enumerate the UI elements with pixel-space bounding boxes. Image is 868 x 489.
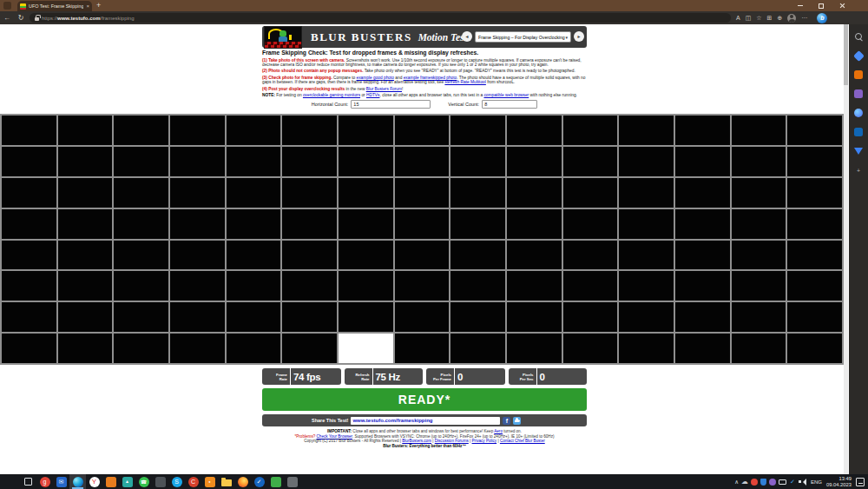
close-window-button[interactable] bbox=[832, 0, 852, 11]
workspace-icon[interactable] bbox=[3, 2, 11, 10]
share-url-input[interactable] bbox=[351, 417, 500, 425]
back-icon[interactable]: ← bbox=[0, 14, 14, 22]
text-segment: (4) Post your display overclocking resul… bbox=[262, 87, 345, 91]
grid-cell bbox=[507, 241, 562, 270]
collections-icon[interactable]: ⊞ bbox=[767, 15, 773, 22]
tab-close-icon[interactable]: × bbox=[86, 3, 89, 9]
grid-cell bbox=[282, 147, 337, 176]
maximize-button[interactable] bbox=[811, 0, 832, 11]
logo-checker-floor bbox=[265, 42, 302, 48]
inline-link[interactable]: HDTVs bbox=[366, 93, 379, 97]
grid-cell bbox=[563, 241, 618, 270]
firefox-browser-taskbar-button[interactable] bbox=[234, 474, 251, 489]
grid-cell bbox=[787, 116, 842, 145]
read-aloud-icon[interactable]: A bbox=[736, 15, 740, 21]
inline-link[interactable]: Contact Chief Blur Buster bbox=[500, 439, 545, 443]
volume-icon[interactable] bbox=[799, 479, 806, 486]
test-select[interactable]: Frame Skipping – For Display Overclockin… bbox=[475, 31, 571, 43]
app-check-taskbar-button[interactable]: ✓ bbox=[251, 474, 267, 489]
tray-expand-icon[interactable]: ∧ bbox=[734, 479, 739, 486]
browser-tab[interactable]: UFO Test: Frame Skipping Check × bbox=[17, 1, 92, 11]
grid-cell bbox=[2, 241, 56, 270]
inline-link[interactable]: BlurBusters.com bbox=[402, 439, 431, 443]
inline-link[interactable]: example frameskipped photo bbox=[404, 76, 457, 80]
text-segment: Compare to bbox=[332, 76, 357, 80]
start-button[interactable] bbox=[0, 474, 20, 489]
tray-device-icon bbox=[769, 479, 776, 486]
language-indicator[interactable]: ENG bbox=[809, 479, 824, 485]
grid-cell bbox=[282, 178, 337, 208]
inline-link[interactable]: example good photo bbox=[357, 76, 394, 80]
profile-avatar[interactable] bbox=[787, 14, 796, 23]
minimize-button[interactable] bbox=[790, 0, 811, 11]
copilot-icon[interactable]: b bbox=[817, 13, 827, 23]
vertical-count-input[interactable] bbox=[482, 100, 537, 109]
app-tool-taskbar-button[interactable] bbox=[284, 474, 300, 489]
inline-link[interactable]: Aero bbox=[494, 429, 503, 433]
horizontal-count-input[interactable] bbox=[351, 100, 431, 109]
inline-link[interactable]: overclockable gaming monitors bbox=[303, 93, 360, 97]
app-crimson-taskbar-button[interactable]: C bbox=[185, 474, 201, 489]
previous-test-button[interactable]: ◄ bbox=[462, 31, 472, 42]
app-green-taskbar-button[interactable] bbox=[267, 474, 284, 489]
games-button[interactable] bbox=[852, 88, 865, 100]
address-bar[interactable]: https://www.testufo.com/frameskipping bbox=[30, 13, 731, 23]
inline-link[interactable]: Check Your Browser bbox=[317, 434, 352, 439]
vertical-count-label: Vertical Count: bbox=[448, 102, 479, 107]
grid-cell bbox=[563, 178, 618, 208]
grid-cell bbox=[170, 334, 225, 363]
grid-cell bbox=[2, 271, 56, 301]
footer-line: Blur Busters: Everything better than 60H… bbox=[262, 444, 587, 449]
inline-link[interactable]: Privacy Policy bbox=[472, 439, 497, 443]
search-button[interactable] bbox=[852, 30, 865, 43]
edge-browser-taskbar-button[interactable] bbox=[69, 474, 86, 489]
designer-button[interactable] bbox=[852, 107, 865, 119]
more-menu-icon[interactable]: ⋯ bbox=[801, 15, 807, 22]
store-app-taskbar-button[interactable] bbox=[102, 474, 119, 489]
scrollbar-thumb[interactable] bbox=[844, 24, 848, 85]
lock-icon bbox=[35, 17, 39, 21]
discover-button[interactable] bbox=[852, 50, 865, 62]
facebook-icon[interactable]: f bbox=[503, 417, 510, 425]
file-explorer-taskbar-button[interactable] bbox=[218, 474, 234, 489]
grid-cell bbox=[339, 271, 393, 301]
inline-link[interactable]: Discussion Forums bbox=[435, 439, 469, 443]
refresh-icon[interactable]: ↻ bbox=[14, 14, 28, 22]
screen: UFO Test: Frame Skipping Check × + ← ↻ h… bbox=[0, 0, 868, 489]
shopping-button[interactable] bbox=[852, 69, 865, 81]
app-orange-taskbar-button[interactable]: ● bbox=[201, 474, 218, 489]
grid-cell bbox=[227, 209, 281, 239]
edge-browser-icon bbox=[73, 477, 83, 487]
favorites-icon[interactable]: ☆ bbox=[756, 15, 761, 22]
grid-cell bbox=[563, 116, 618, 145]
action-center-icon[interactable] bbox=[856, 478, 865, 486]
inline-link[interactable]: Refresh Rate Multitool bbox=[444, 80, 485, 84]
twitter-icon[interactable] bbox=[513, 417, 521, 425]
taskbar-clock[interactable]: 13:49 09.04.2023 bbox=[826, 476, 852, 487]
add-sidebar-item-button[interactable]: + bbox=[852, 164, 865, 176]
app-dark-taskbar-button[interactable] bbox=[152, 474, 168, 489]
grid-cell bbox=[282, 241, 337, 270]
inline-link[interactable]: Blur Busters Forum bbox=[366, 87, 402, 91]
grid-cell bbox=[282, 302, 337, 332]
extensions-icon[interactable]: ⊕ bbox=[777, 15, 782, 22]
logo-alien-head bbox=[279, 30, 286, 36]
drop-tool-button[interactable] bbox=[852, 145, 865, 157]
task-view-button[interactable] bbox=[20, 474, 36, 489]
grid-cell bbox=[732, 178, 786, 208]
mail-app-taskbar-button[interactable]: ✉ bbox=[53, 474, 69, 489]
next-test-button[interactable]: ► bbox=[574, 31, 584, 42]
photos-app-taskbar-button[interactable]: ▲ bbox=[119, 474, 135, 489]
grid-cell bbox=[339, 209, 393, 239]
skype-taskbar-button[interactable]: S bbox=[168, 474, 185, 489]
split-screen-icon[interactable]: ◫ bbox=[746, 15, 752, 22]
yandex-browser-taskbar-button[interactable]: Y bbox=[86, 474, 102, 489]
inline-link[interactable]: compatible web browser bbox=[483, 93, 529, 97]
whatsapp-taskbar-button[interactable]: ☎ bbox=[135, 474, 152, 489]
grid-cell bbox=[507, 271, 562, 301]
microsoft-365-button[interactable] bbox=[852, 126, 865, 138]
tray-icons: ☁✓ bbox=[741, 479, 796, 486]
new-tab-button[interactable]: + bbox=[96, 1, 101, 10]
page-scrollbar[interactable] bbox=[844, 24, 848, 474]
app-red-taskbar-button[interactable]: g bbox=[36, 474, 53, 489]
